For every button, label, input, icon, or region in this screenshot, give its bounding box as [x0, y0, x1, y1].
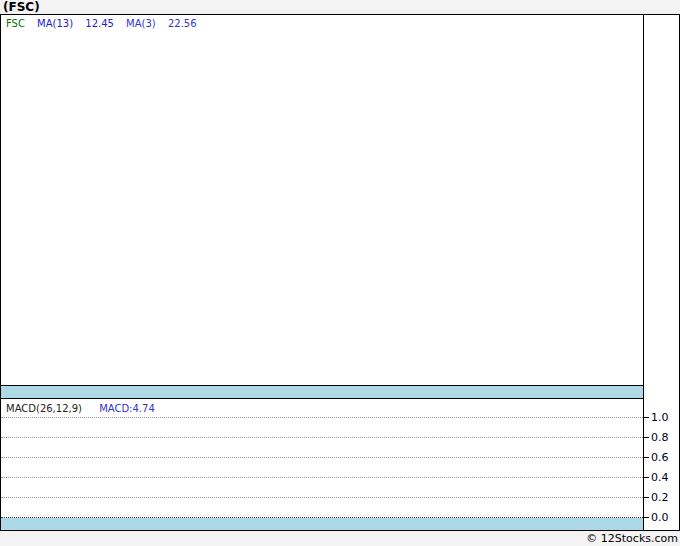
chart-frame: FSC MA(13) 12.45 MA(3) 22.56 MACD(26,12,…: [0, 14, 680, 531]
gridline-0.2: [1, 497, 643, 498]
ma3-value: 22.56: [168, 18, 197, 29]
ma3-label: MA(3): [126, 18, 156, 29]
axis-tick-label: 0.0: [651, 511, 669, 524]
gridline-0.6: [1, 457, 643, 458]
footer: © 12Stocks.com: [0, 531, 680, 546]
axis-tick-label: 0.6: [651, 451, 669, 464]
ticker-symbol: FSC: [6, 18, 25, 29]
axis-tick-row: 0.4: [644, 471, 679, 484]
axis-tick-row: 0.6: [644, 451, 679, 464]
price-legend: FSC MA(13) 12.45 MA(3) 22.56: [6, 18, 206, 29]
axis-tick-row: 0.0: [644, 511, 679, 524]
macd-panel: MACD(26,12,9) MACD:4.74: [1, 399, 643, 530]
gridline-1.0: [1, 417, 643, 418]
bottom-band: [1, 518, 643, 530]
stock-chart-page: (FSC) FSC MA(13) 12.45 MA(3) 22.56 MACD(…: [0, 0, 680, 546]
macd-params-label: MACD(26,12,9): [6, 403, 82, 414]
axis-tick-label: 0.2: [651, 491, 669, 504]
axis-tick-row: 0.2: [644, 491, 679, 504]
panel-divider-band: [1, 385, 643, 399]
ma13-label: MA(13): [37, 18, 73, 29]
axis-tick-label: 0.4: [651, 471, 669, 484]
macd-legend: MACD(26,12,9) MACD:4.74: [6, 403, 155, 414]
axis-tick-row: 1.0: [644, 411, 679, 424]
tick-mark: [644, 417, 649, 418]
gridline-0.4: [1, 477, 643, 478]
tick-mark: [644, 477, 649, 478]
ma13-value: 12.45: [85, 18, 114, 29]
page-title: (FSC): [3, 0, 40, 14]
axis-tick-label: 0.8: [651, 431, 669, 444]
copyright-text: © 12Stocks.com: [586, 532, 680, 545]
tick-mark: [644, 457, 649, 458]
axis-tick-row: 0.8: [644, 431, 679, 444]
price-panel: FSC MA(13) 12.45 MA(3) 22.56: [1, 15, 643, 385]
gridline-0.8: [1, 437, 643, 438]
tick-mark: [644, 517, 649, 518]
tick-mark: [644, 437, 649, 438]
macd-value: MACD:4.74: [99, 403, 155, 414]
tick-mark: [644, 497, 649, 498]
axis-tick-label: 1.0: [651, 411, 669, 424]
